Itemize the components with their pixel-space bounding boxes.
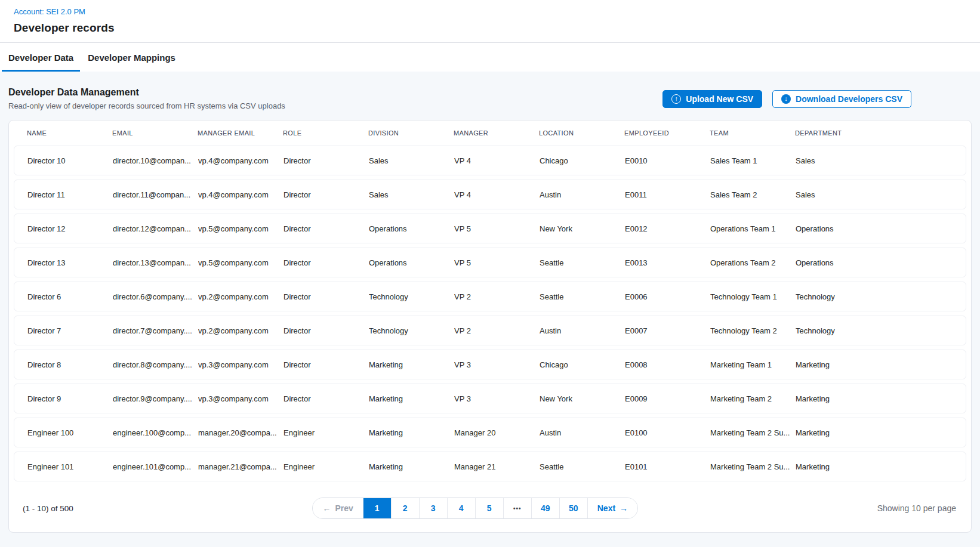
page-number-button[interactable]: 2 (392, 498, 420, 518)
cell-name: Director 9 (27, 394, 113, 403)
cell-role: Director (283, 190, 369, 199)
cell-department: Technology (796, 292, 956, 301)
cell-name: Director 7 (27, 326, 113, 335)
cell-division: Technology (369, 326, 454, 335)
cell-email: director.9@company.... (113, 394, 198, 403)
arrow-left-icon: ← (322, 504, 331, 512)
column-header: EMAIL (112, 129, 198, 137)
page-number-button[interactable]: 1 (363, 498, 392, 518)
account-breadcrumb-link[interactable]: Account: SEI 2.0 PM (14, 7, 85, 16)
download-button-label: Download Developers CSV (796, 94, 902, 104)
page-number-button[interactable]: 49 (532, 498, 560, 518)
page-number-button[interactable]: 4 (448, 498, 476, 518)
column-header: LOCATION (539, 129, 624, 137)
cell-name: Director 8 (27, 360, 113, 369)
section-header: Developer Data Management Read-only view… (8, 80, 972, 110)
table-row: Director 11 director.11@compan... vp.4@c… (14, 180, 966, 209)
cell-manager: VP 2 (454, 292, 540, 301)
table-footer: (1 - 10) of 500 ← Prev 12345•••4950 Next… (9, 497, 971, 519)
cell-employee-id: E0013 (625, 258, 710, 267)
prev-label: Prev (335, 503, 353, 513)
cell-email: director.7@company.... (113, 326, 198, 335)
cell-role: Director (283, 394, 369, 403)
cell-email: engineer.100@comp... (113, 428, 198, 437)
cell-manager-email: vp.3@company.com (198, 360, 283, 369)
cell-role: Director (283, 156, 369, 165)
cell-department: Marketing (796, 360, 956, 369)
cell-location: Seattle (540, 258, 625, 267)
developer-table-card: NAMEEMAILMANAGER EMAILROLEDIVISIONMANAGE… (8, 120, 972, 533)
cell-employee-id: E0011 (625, 190, 710, 199)
cell-department: Operations (796, 258, 956, 267)
download-icon: ↓ (781, 94, 791, 104)
cell-employee-id: E0007 (625, 326, 710, 335)
upload-new-csv-button[interactable]: ↑ Upload New CSV (662, 90, 762, 108)
cell-department: Operations (796, 224, 956, 233)
cell-role: Director (283, 292, 369, 301)
page-number-button[interactable]: 50 (560, 498, 588, 518)
page-title: Developer records (14, 21, 966, 35)
cell-manager: VP 5 (454, 258, 540, 267)
cell-team: Operations Team 2 (710, 258, 796, 267)
page-number-button[interactable]: ••• (504, 498, 532, 518)
cell-role: Engineer (283, 462, 369, 471)
cell-team: Marketing Team 2 Su... (710, 462, 796, 471)
cell-email: director.13@compan... (113, 258, 198, 267)
column-header: ROLE (283, 129, 368, 137)
cell-manager-email: manager.21@compa... (198, 462, 283, 471)
cell-manager: VP 5 (454, 224, 540, 233)
next-page-button[interactable]: Next → (588, 498, 637, 518)
arrow-right-icon: → (620, 504, 628, 512)
cell-manager-email: vp.4@company.com (198, 190, 283, 199)
cell-email: director.12@compan... (113, 224, 198, 233)
cell-name: Director 12 (27, 224, 113, 233)
cell-manager-email: vp.2@company.com (198, 326, 283, 335)
cell-employee-id: E0010 (625, 156, 710, 165)
cell-email: director.6@company.... (113, 292, 198, 301)
table-body: Director 10 director.10@compan... vp.4@c… (9, 146, 971, 481)
cell-manager-email: manager.20@compa... (198, 428, 283, 437)
column-header: MANAGER EMAIL (198, 129, 283, 137)
download-developers-csv-button[interactable]: ↓ Download Developers CSV (772, 90, 911, 108)
cell-email: director.8@company.... (113, 360, 198, 369)
cell-role: Director (283, 326, 369, 335)
cell-division: Marketing (369, 428, 454, 437)
upload-icon: ↑ (671, 94, 681, 104)
cell-manager-email: vp.3@company.com (198, 394, 283, 403)
table-row: Director 10 director.10@compan... vp.4@c… (14, 146, 966, 175)
cell-division: Technology (369, 292, 454, 301)
page-number-button[interactable]: 5 (476, 498, 504, 518)
cell-manager: VP 2 (454, 326, 540, 335)
cell-role: Director (283, 360, 369, 369)
table-header-row: NAMEEMAILMANAGER EMAILROLEDIVISIONMANAGE… (9, 120, 971, 146)
cell-location: Austin (540, 326, 625, 335)
cell-division: Sales (369, 156, 454, 165)
table-row: Director 9 director.9@company.... vp.3@c… (14, 384, 966, 413)
cell-location: Seattle (540, 462, 625, 471)
cell-email: director.11@compan... (113, 190, 198, 199)
cell-employee-id: E0009 (625, 394, 710, 403)
tab-developer-data[interactable]: Developer Data (2, 43, 80, 72)
cell-division: Marketing (369, 394, 454, 403)
prev-page-button[interactable]: ← Prev (313, 498, 363, 518)
cell-email: director.10@compan... (113, 156, 198, 165)
cell-department: Marketing (796, 428, 956, 437)
cell-team: Marketing Team 2 (710, 394, 796, 403)
cell-name: Engineer 101 (27, 462, 113, 471)
cell-team: Marketing Team 2 Su... (710, 428, 796, 437)
cell-team: Marketing Team 1 (710, 360, 796, 369)
cell-manager-email: vp.5@company.com (198, 258, 283, 267)
cell-manager: VP 3 (454, 360, 540, 369)
cell-team: Operations Team 1 (710, 224, 796, 233)
cell-manager-email: vp.5@company.com (198, 224, 283, 233)
per-page-text: Showing 10 per page (877, 503, 956, 513)
page-number-button[interactable]: 3 (420, 498, 448, 518)
cell-team: Sales Team 2 (710, 190, 796, 199)
cell-name: Director 13 (27, 258, 113, 267)
section-subtitle: Read-only view of developer records sour… (8, 101, 285, 110)
cell-employee-id: E0012 (625, 224, 710, 233)
tab-developer-mappings[interactable]: Developer Mappings (81, 43, 182, 72)
table-row: Director 8 director.8@company.... vp.3@c… (14, 350, 966, 379)
cell-location: Chicago (540, 156, 625, 165)
cell-division: Marketing (369, 462, 454, 471)
